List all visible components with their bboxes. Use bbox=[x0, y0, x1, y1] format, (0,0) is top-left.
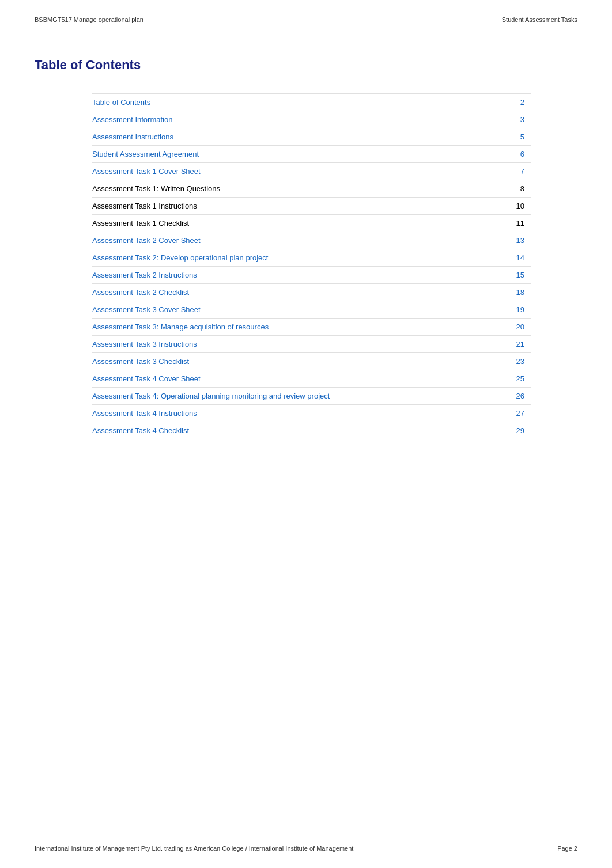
toc-row: Assessment Task 2 Instructions15 bbox=[92, 267, 531, 284]
toc-entry-label[interactable]: Table of Contents bbox=[92, 98, 511, 107]
toc-row: Assessment Task 4 Checklist29 bbox=[92, 422, 531, 439]
toc-row: Assessment Task 1 Cover Sheet7 bbox=[92, 163, 531, 180]
header-left: BSBMGT517 Manage operational plan bbox=[35, 16, 143, 23]
toc-row: Assessment Task 4 Cover Sheet25 bbox=[92, 370, 531, 388]
toc-entry-page: 2 bbox=[511, 98, 524, 107]
page-footer: International Institute of Management Pt… bbox=[35, 845, 577, 852]
toc-row: Assessment Task 3 Checklist23 bbox=[92, 353, 531, 370]
toc-row: Assessment Task 4: Operational planning … bbox=[92, 388, 531, 405]
toc-entry-label[interactable]: Assessment Task 2: Develop operational p… bbox=[92, 253, 511, 262]
toc-row: Assessment Task 2 Checklist18 bbox=[92, 284, 531, 301]
toc-entry-label[interactable]: Assessment Task 2 Checklist bbox=[92, 288, 511, 297]
toc-entry-page: 7 bbox=[511, 167, 524, 176]
toc-entry-page: 8 bbox=[511, 184, 524, 193]
toc-entry-page: 6 bbox=[511, 150, 524, 158]
toc-entry-page: 10 bbox=[511, 202, 524, 210]
toc-entry-label: Assessment Task 1 Checklist bbox=[92, 219, 511, 228]
toc-entry-label[interactable]: Assessment Task 2 Cover Sheet bbox=[92, 236, 511, 245]
toc-container: Table of Contents2Assessment Information… bbox=[92, 93, 531, 439]
toc-entry-page: 29 bbox=[511, 426, 524, 435]
toc-row: Student Assessment Agreement6 bbox=[92, 146, 531, 163]
toc-entry-page: 14 bbox=[511, 253, 524, 262]
toc-entry-label[interactable]: Assessment Task 4: Operational planning … bbox=[92, 392, 511, 400]
toc-row: Assessment Instructions5 bbox=[92, 128, 531, 146]
toc-entry-page: 11 bbox=[511, 219, 524, 228]
toc-list: Table of Contents2Assessment Information… bbox=[92, 93, 531, 439]
toc-row: Assessment Information3 bbox=[92, 111, 531, 128]
toc-entry-page: 5 bbox=[511, 132, 524, 141]
toc-entry-label[interactable]: Assessment Task 3: Manage acquisition of… bbox=[92, 323, 511, 331]
toc-row: Table of Contents2 bbox=[92, 93, 531, 111]
toc-entry-label[interactable]: Student Assessment Agreement bbox=[92, 150, 511, 158]
toc-entry-page: 3 bbox=[511, 115, 524, 124]
toc-entry-page: 13 bbox=[511, 236, 524, 245]
toc-row: Assessment Task 1 Instructions10 bbox=[92, 198, 531, 215]
toc-entry-page: 15 bbox=[511, 271, 524, 279]
toc-row: Assessment Task 1 Checklist11 bbox=[92, 215, 531, 232]
toc-row: Assessment Task 2: Develop operational p… bbox=[92, 249, 531, 267]
header-right: Student Assessment Tasks bbox=[502, 16, 577, 23]
toc-entry-label[interactable]: Assessment Task 2 Instructions bbox=[92, 271, 511, 279]
toc-entry-label[interactable]: Assessment Instructions bbox=[92, 132, 511, 141]
toc-entry-label[interactable]: Assessment Task 3 Cover Sheet bbox=[92, 305, 511, 314]
toc-entry-label[interactable]: Assessment Task 3 Instructions bbox=[92, 340, 511, 348]
toc-entry-label[interactable]: Assessment Task 1 Cover Sheet bbox=[92, 167, 511, 176]
toc-entry-label: Assessment Task 1 Instructions bbox=[92, 202, 511, 210]
toc-row: Assessment Task 3 Instructions21 bbox=[92, 336, 531, 353]
footer-left: International Institute of Management Pt… bbox=[35, 845, 353, 852]
footer-right: Page 2 bbox=[557, 845, 577, 852]
toc-entry-page: 26 bbox=[511, 392, 524, 400]
page-content: Table of Contents Table of Contents2Asse… bbox=[0, 23, 612, 474]
toc-entry-label[interactable]: Assessment Information bbox=[92, 115, 511, 124]
toc-entry-page: 23 bbox=[511, 357, 524, 366]
toc-row: Assessment Task 3: Manage acquisition of… bbox=[92, 319, 531, 336]
toc-entry-label[interactable]: Assessment Task 4 Cover Sheet bbox=[92, 374, 511, 383]
toc-row: Assessment Task 3 Cover Sheet19 bbox=[92, 301, 531, 319]
toc-entry-page: 20 bbox=[511, 323, 524, 331]
page-header: BSBMGT517 Manage operational plan Studen… bbox=[0, 0, 612, 23]
toc-entry-label[interactable]: Assessment Task 4 Instructions bbox=[92, 409, 511, 418]
toc-entry-page: 25 bbox=[511, 374, 524, 383]
page-title: Table of Contents bbox=[35, 58, 577, 73]
toc-entry-page: 18 bbox=[511, 288, 524, 297]
toc-entry-label[interactable]: Assessment Task 3 Checklist bbox=[92, 357, 511, 366]
toc-row: Assessment Task 2 Cover Sheet13 bbox=[92, 232, 531, 249]
toc-row: Assessment Task 4 Instructions27 bbox=[92, 405, 531, 422]
toc-entry-page: 27 bbox=[511, 409, 524, 418]
toc-row: Assessment Task 1: Written Questions8 bbox=[92, 180, 531, 198]
toc-entry-label[interactable]: Assessment Task 4 Checklist bbox=[92, 426, 511, 435]
toc-entry-page: 21 bbox=[511, 340, 524, 348]
toc-entry-label: Assessment Task 1: Written Questions bbox=[92, 184, 511, 193]
toc-entry-page: 19 bbox=[511, 305, 524, 314]
